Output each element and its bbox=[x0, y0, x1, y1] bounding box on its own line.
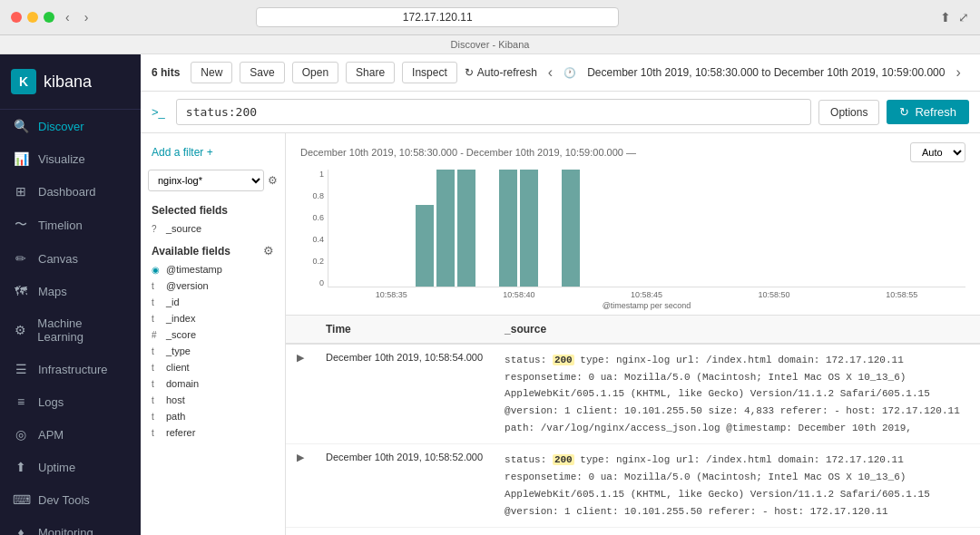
chart-interval-select[interactable]: Auto bbox=[910, 142, 965, 162]
logs-icon: ≡ bbox=[13, 394, 29, 409]
index-settings-icon[interactable]: ⚙ bbox=[268, 174, 278, 187]
save-button[interactable]: Save bbox=[240, 62, 284, 83]
sidebar-item-label: Maps bbox=[38, 285, 67, 298]
maps-icon: 🗺 bbox=[13, 284, 29, 298]
open-button[interactable]: Open bbox=[292, 62, 338, 83]
sidebar-item-timelion[interactable]: 〜 Timelion bbox=[0, 208, 141, 242]
sidebar-item-infrastructure[interactable]: ☰ Infrastructure bbox=[0, 353, 141, 385]
refresh-icon: ↻ bbox=[465, 66, 474, 79]
address-bar[interactable]: 172.17.120.11 bbox=[256, 7, 619, 27]
field-name-index: _index bbox=[166, 313, 195, 324]
fullscreen-button[interactable]: ⤢ bbox=[958, 10, 969, 24]
field-score[interactable]: # _score bbox=[141, 326, 285, 343]
devtools-icon: ⌨ bbox=[13, 492, 29, 507]
share-button[interactable]: Share bbox=[346, 62, 395, 83]
expand-button[interactable]: ▶ bbox=[286, 344, 315, 444]
close-button[interactable] bbox=[11, 12, 22, 23]
expand-col-header bbox=[286, 316, 315, 344]
sidebar-item-label: Monitoring bbox=[38, 526, 93, 536]
sidebar-item-apm[interactable]: ◎ APM bbox=[0, 418, 141, 451]
content-area: Add a filter + nginx-log* ⚙ Selected fie… bbox=[141, 133, 980, 535]
field-client[interactable]: t client bbox=[141, 359, 285, 375]
sidebar-item-logs[interactable]: ≡ Logs bbox=[0, 385, 141, 418]
time-back-button[interactable]: ‹ bbox=[544, 64, 556, 81]
field-type[interactable]: t _type bbox=[141, 343, 285, 359]
selected-fields-title: Selected fields bbox=[141, 197, 285, 220]
chart-title: December 10th 2019, 10:58:30.000 - Decem… bbox=[300, 147, 636, 158]
visualize-icon: 📊 bbox=[13, 151, 29, 166]
x-label-1: 10:58:35 bbox=[376, 290, 407, 299]
field-domain[interactable]: t domain bbox=[141, 375, 285, 392]
ml-icon: ⚙ bbox=[13, 323, 28, 337]
chart-bar bbox=[499, 170, 517, 287]
expand-button[interactable]: ▶ bbox=[286, 444, 315, 528]
fields-settings-icon[interactable]: ⚙ bbox=[263, 244, 274, 258]
options-button[interactable]: Options bbox=[818, 100, 879, 125]
refresh-button[interactable]: ↻ Refresh bbox=[887, 100, 969, 124]
field-id[interactable]: t _id bbox=[141, 294, 285, 310]
sidebar-item-uptime[interactable]: ⬆ Uptime bbox=[0, 451, 141, 483]
field-path[interactable]: t path bbox=[141, 408, 285, 424]
chart-bar bbox=[562, 170, 580, 287]
time-range-display[interactable]: December 10th 2019, 10:58:30.000 to Dece… bbox=[587, 66, 945, 79]
sidebar-item-ml[interactable]: ⚙ Machine Learning bbox=[0, 307, 141, 353]
chart-wrapper: 1 0.8 0.6 0.4 0.2 0 bbox=[300, 170, 965, 306]
sidebar-item-label: Logs bbox=[38, 395, 64, 409]
sidebar-logo: K kibana bbox=[0, 54, 141, 110]
field-version[interactable]: t @version bbox=[141, 277, 285, 294]
sidebar-item-canvas[interactable]: ✏ Canvas bbox=[0, 242, 141, 275]
y-label-08: 0.8 bbox=[312, 191, 324, 200]
field-index[interactable]: t _index bbox=[141, 310, 285, 326]
sidebar-item-devtools[interactable]: ⌨ Dev Tools bbox=[0, 483, 141, 516]
infrastructure-icon: ☰ bbox=[13, 362, 29, 376]
time-forward-button[interactable]: › bbox=[952, 64, 964, 81]
maximize-button[interactable] bbox=[44, 12, 54, 23]
minimize-button[interactable] bbox=[27, 12, 38, 23]
field-type-label: ? bbox=[152, 224, 161, 234]
time-col-header[interactable]: Time bbox=[315, 316, 494, 344]
sidebar-item-discover[interactable]: 🔍 Discover bbox=[0, 110, 141, 142]
monitoring-icon: ♦ bbox=[13, 525, 29, 535]
index-pattern-selector: nginx-log* ⚙ bbox=[148, 170, 278, 191]
sidebar-item-label: Discover bbox=[38, 120, 84, 133]
selected-field-source[interactable]: ? _source bbox=[141, 220, 285, 237]
search-input[interactable] bbox=[176, 99, 811, 125]
field-host[interactable]: t host bbox=[141, 392, 285, 408]
field-name-domain: domain bbox=[166, 378, 199, 389]
app-layout: K kibana 🔍 Discover 📊 Visualize ⊞ Dashbo… bbox=[0, 54, 980, 535]
available-fields-header: Available fields ⚙ bbox=[141, 237, 285, 261]
field-name-referer: referer bbox=[166, 427, 195, 438]
clock-icon: 🕐 bbox=[564, 67, 576, 79]
index-pattern-select[interactable]: nginx-log* bbox=[148, 170, 264, 191]
source-text-2: status: 200 type: nginx-log url: /index.… bbox=[505, 454, 930, 516]
source-cell: status: 200 type: nginx-log url: /index.… bbox=[494, 444, 980, 528]
share-button[interactable]: ⬆ bbox=[940, 10, 951, 24]
auto-refresh-toggle[interactable]: ↻ Auto-refresh bbox=[465, 66, 537, 79]
field-name-version: @version bbox=[166, 280, 209, 291]
sidebar-item-label: Dashboard bbox=[38, 185, 96, 199]
canvas-icon: ✏ bbox=[13, 251, 29, 266]
inspect-button[interactable]: Inspect bbox=[402, 62, 457, 83]
new-button[interactable]: New bbox=[191, 62, 232, 83]
sidebar-item-dashboard[interactable]: ⊞ Dashboard bbox=[0, 175, 141, 208]
refresh-icon: ↻ bbox=[899, 105, 909, 119]
chart-x-title: @timestamp per second bbox=[328, 301, 965, 310]
field-timestamp[interactable]: ◉ @timestamp bbox=[141, 261, 285, 277]
add-filter-button[interactable]: Add a filter + bbox=[141, 141, 285, 164]
status-highlight-2: 200 bbox=[553, 454, 574, 465]
forward-button[interactable]: › bbox=[81, 10, 93, 24]
x-label-4: 10:58:50 bbox=[759, 290, 790, 299]
chart-title-row: December 10th 2019, 10:58:30.000 - Decem… bbox=[300, 142, 965, 162]
source-col-header[interactable]: _source bbox=[494, 316, 980, 344]
field-type-t: t bbox=[152, 428, 161, 438]
results-table: Time _source ▶ December 10th 2019, 10:58… bbox=[286, 316, 980, 535]
x-label-3: 10:58:45 bbox=[631, 290, 662, 299]
field-referer[interactable]: t referer bbox=[141, 424, 285, 441]
sidebar-item-monitoring[interactable]: ♦ Monitoring bbox=[0, 516, 141, 535]
y-label-1: 1 bbox=[319, 170, 324, 179]
field-name-host: host bbox=[166, 394, 185, 405]
right-panel: December 10th 2019, 10:58:30.000 - Decem… bbox=[286, 133, 980, 535]
sidebar-item-maps[interactable]: 🗺 Maps bbox=[0, 275, 141, 307]
back-button[interactable]: ‹ bbox=[62, 10, 74, 24]
sidebar-item-visualize[interactable]: 📊 Visualize bbox=[0, 142, 141, 175]
